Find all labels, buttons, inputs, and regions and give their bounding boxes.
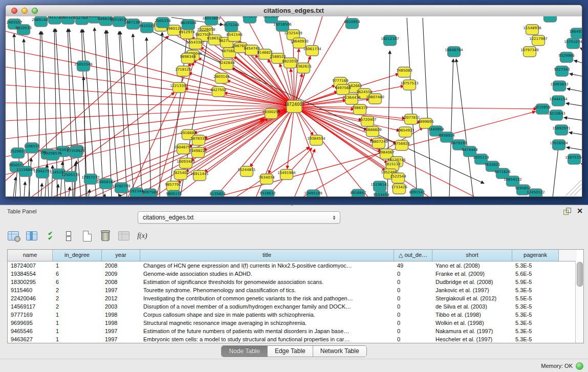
- network-node[interactable]: 9896348: [180, 53, 195, 63]
- table-row[interactable]: 1830029562008Estimation of significance …: [8, 278, 583, 286]
- network-node[interactable]: 16911441: [190, 170, 209, 181]
- network-node[interactable]: 16093489: [177, 158, 195, 168]
- network-node[interactable]: 7986372: [352, 104, 367, 115]
- network-node[interactable]: 12505135: [61, 171, 80, 182]
- network-node[interactable]: 9810533: [15, 25, 31, 35]
- network-node[interactable]: 15720407: [358, 116, 377, 126]
- network-node[interactable]: 2522544: [390, 173, 406, 183]
- table-row[interactable]: 2242004622012Investigating the contribut…: [8, 294, 583, 302]
- network-edge[interactable]: [24, 182, 25, 197]
- network-node[interactable]: 9097588: [142, 189, 158, 197]
- network-edge[interactable]: [204, 106, 294, 172]
- network-node[interactable]: 9857791: [165, 181, 181, 191]
- table-row[interactable]: 1872400712008Changes of HCN gene express…: [8, 261, 583, 270]
- network-node[interactable]: 9153458: [373, 191, 389, 197]
- network-node[interactable]: 2520653: [10, 148, 26, 158]
- network-node[interactable]: 1733426: [391, 184, 407, 194]
- network-node[interactable]: 11875334: [565, 154, 582, 164]
- network-node[interactable]: 1106533: [24, 143, 39, 153]
- network-node[interactable]: 10807480: [366, 94, 384, 104]
- network-node[interactable]: 5972291: [242, 16, 257, 23]
- table-row[interactable]: 946362711997Embryonic stem cells: a mode…: [8, 335, 583, 343]
- network-node[interactable]: 8938924: [439, 132, 455, 142]
- network-node[interactable]: 9329966: [558, 52, 575, 62]
- network-node[interactable]: 12077811: [402, 114, 420, 124]
- network-node[interactable]: 2718126: [175, 66, 191, 76]
- network-edge[interactable]: [456, 59, 473, 197]
- network-graph[interactable]: 1872400774638228960128891297423226058982…: [6, 16, 582, 197]
- column-header-short[interactable]: short: [432, 250, 512, 261]
- network-edge[interactable]: [567, 147, 582, 150]
- network-node[interactable]: 19384554: [307, 135, 325, 145]
- network-node[interactable]: 21364436: [342, 94, 361, 104]
- network-node[interactable]: 10688609: [363, 126, 382, 137]
- network-node[interactable]: 8541546: [226, 31, 243, 41]
- network-node[interactable]: 9227343: [554, 66, 570, 76]
- network-node[interactable]: 16210643: [547, 110, 565, 120]
- network-edge[interactable]: [294, 106, 400, 131]
- table-row[interactable]: 1456911722003Disruption of a novel membe…: [8, 302, 583, 311]
- row-options-icon[interactable]: [62, 230, 75, 242]
- network-node[interactable]: 1554908: [542, 16, 558, 22]
- network-node[interactable]: 15136141: [371, 181, 389, 191]
- network-node[interactable]: 15892971: [552, 125, 571, 135]
- close-panel-icon[interactable]: ✕: [577, 207, 583, 215]
- network-node[interactable]: 17359924: [67, 147, 85, 158]
- network-node[interactable]: 14498222: [189, 147, 207, 158]
- network-node[interactable]: 16648784: [445, 47, 463, 57]
- network-edge[interactable]: [89, 189, 90, 197]
- column-header-year[interactable]: year: [102, 250, 140, 261]
- network-node[interactable]: 7634034: [258, 174, 275, 184]
- vertical-scrollbar[interactable]: [575, 261, 583, 343]
- network-edge[interactable]: [569, 133, 582, 135]
- table-row[interactable]: 1938455462009Genome-wide association stu…: [8, 270, 583, 278]
- table-row[interactable]: 946554611997Estimation of the future num…: [8, 327, 583, 335]
- network-edge[interactable]: [95, 28, 103, 197]
- network-node[interactable]: 9805131: [166, 190, 182, 197]
- network-node[interactable]: 11156869: [16, 166, 35, 177]
- network-node[interactable]: 12093832: [550, 81, 569, 91]
- new-table-icon[interactable]: [81, 230, 93, 242]
- network-node[interactable]: 12217987: [529, 35, 548, 46]
- network-edge[interactable]: [570, 74, 582, 76]
- network-node[interactable]: 1864933: [569, 28, 582, 38]
- network-node[interactable]: 15244851: [237, 166, 256, 177]
- network-node[interactable]: 18757513: [400, 80, 419, 90]
- network-edge[interactable]: [567, 89, 582, 92]
- network-edge[interactable]: [566, 103, 582, 106]
- delete-attributes-icon[interactable]: [99, 230, 112, 242]
- network-node[interactable]: 18640910: [290, 38, 309, 48]
- network-node[interactable]: 15491984: [277, 169, 296, 180]
- column-header-in_degree[interactable]: in_degree: [53, 250, 102, 261]
- network-edge[interactable]: [6, 31, 294, 106]
- function-builder-icon[interactable]: f(x): [136, 230, 148, 242]
- network-node[interactable]: 8572244: [223, 21, 239, 32]
- column-header-out_de…[interactable]: △ out_de…: [394, 250, 432, 261]
- table-row[interactable]: 969969511998Structural magnetic resonanc…: [8, 319, 583, 327]
- network-edge[interactable]: [215, 106, 294, 197]
- network-node[interactable]: 15751074: [564, 38, 582, 49]
- network-node[interactable]: 8135824: [209, 190, 226, 197]
- table-row[interactable]: 977716911998Corpus callosum shape and si…: [8, 311, 583, 319]
- network-edge[interactable]: [580, 48, 582, 49]
- network-node[interactable]: 9756928: [394, 140, 409, 150]
- network-node[interactable]: 2803144: [213, 73, 230, 83]
- network-node[interactable]: 12444154: [549, 96, 568, 106]
- network-edge[interactable]: [133, 34, 142, 197]
- select-attributes-icon[interactable]: ✔✔: [44, 230, 56, 242]
- table-row[interactable]: 911546021997Tourette syndrome. Phenomeno…: [8, 286, 583, 294]
- network-node[interactable]: 16212167: [381, 35, 399, 46]
- network-edge[interactable]: [146, 37, 151, 197]
- network-node[interactable]: 6910954: [344, 18, 360, 29]
- table-selector-dropdown[interactable]: citations_edges.txt ▲▼: [138, 211, 340, 224]
- network-edge[interactable]: [203, 106, 294, 150]
- network-edge[interactable]: [160, 32, 162, 197]
- network-window-titlebar[interactable]: citations_edges.txt: [6, 5, 582, 17]
- network-node[interactable]: 18724007: [284, 100, 305, 113]
- network-node[interactable]: 12942757: [33, 168, 52, 178]
- network-node[interactable]: 19654923: [396, 127, 415, 137]
- network-node[interactable]: 20206576: [43, 150, 62, 160]
- float-panel-icon[interactable]: [563, 208, 571, 215]
- network-node[interactable]: 10797349: [520, 47, 539, 57]
- tab-edge-table[interactable]: Edge Table: [268, 346, 313, 357]
